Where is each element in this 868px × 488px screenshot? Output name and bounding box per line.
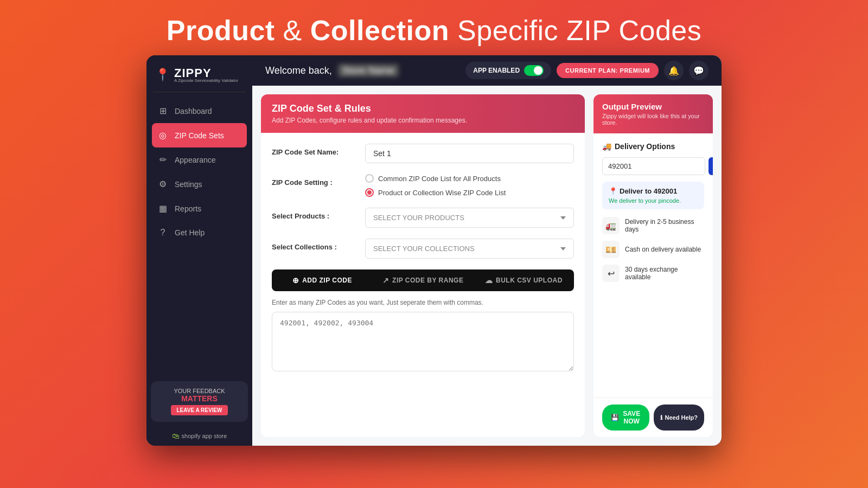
- select-collections-label: Select Collections :: [272, 239, 359, 251]
- radio-circle-common: [365, 174, 374, 183]
- radio-circle-product-wise: [365, 188, 374, 197]
- exchange-icon: ↩: [602, 265, 620, 282]
- feature-exchange: ↩ 30 days exchange available: [602, 265, 704, 282]
- delivery-days-label: Delivery in 2-5 business days: [625, 218, 704, 233]
- leave-review-button[interactable]: LEAVE A REVIEW: [171, 405, 227, 415]
- main-content: Welcome back, Store Name APP ENABLED CUR…: [252, 55, 722, 446]
- need-help-label: Need Help?: [665, 414, 698, 421]
- messages-button[interactable]: 💬: [689, 61, 709, 80]
- output-panel-subtitle: Zippy widget will look like this at your…: [602, 113, 704, 126]
- bulk-csv-icon: ☁: [485, 276, 493, 285]
- feature-cod: 💴 Cash on delivery available: [602, 241, 704, 258]
- welcome-text: Welcome back, Store Name: [265, 65, 399, 76]
- page-title: Product & Collection Specific ZIP Codes: [167, 0, 702, 55]
- radio-common[interactable]: Common ZIP Code List for All Products: [365, 174, 574, 183]
- bell-icon: 🔔: [668, 66, 679, 76]
- zip-set-name-row: ZIP Code Set Name:: [272, 144, 574, 163]
- tab-add-zip-label: ADD ZIP CODE: [302, 277, 352, 284]
- form-panel-header: ZIP Code Set & Rules Add ZIP Codes, conf…: [261, 94, 585, 133]
- logo-text-block: ZIPPY A Zipcode Serviceability Validator: [174, 66, 238, 83]
- sidebar-item-get-help[interactable]: ? Get Help: [146, 221, 252, 245]
- dashboard-icon: ⊞: [157, 106, 168, 116]
- tab-add-zip[interactable]: ⊕ ADD ZIP CODE: [272, 269, 373, 291]
- save-now-label: SAVE NOW: [622, 410, 641, 425]
- exchange-label: 30 days exchange available: [625, 266, 704, 281]
- chat-icon: 💬: [693, 66, 704, 76]
- add-zip-icon: ⊕: [292, 276, 299, 285]
- radio-label-common: Common ZIP Code List for All Products: [378, 175, 501, 183]
- form-panel-title: ZIP Code Set & Rules: [272, 103, 574, 114]
- toggle-switch[interactable]: [524, 65, 544, 76]
- sidebar-label-settings: Settings: [175, 180, 202, 189]
- radio-product-wise[interactable]: Product or Collection Wise ZIP Code List: [365, 188, 574, 197]
- deliver-to-text: Deliver to 492001: [620, 187, 677, 195]
- shopify-icon: 🛍: [172, 432, 180, 440]
- zip-codes-textarea[interactable]: [272, 312, 574, 371]
- tab-bulk-csv[interactable]: ☁ BULK CSV UPLOAD: [473, 269, 574, 291]
- need-help-button[interactable]: ℹ Need Help?: [654, 404, 704, 431]
- header: Welcome back, Store Name APP ENABLED CUR…: [252, 55, 722, 86]
- shopify-label: shopify app store: [182, 433, 227, 439]
- tab-zip-range[interactable]: ↗ ZIP CODE BY RANGE: [373, 269, 474, 291]
- tab-bulk-csv-label: BULK CSV UPLOAD: [496, 277, 563, 284]
- sidebar: 📍 ZIPPY A Zipcode Serviceability Validat…: [146, 55, 252, 446]
- username-blurred: Store Name: [338, 64, 399, 77]
- zip-set-name-control: [365, 144, 574, 163]
- zip-code-setting-row: ZIP Code Setting : Common ZIP Code List …: [272, 174, 574, 197]
- reports-icon: ▦: [157, 203, 168, 214]
- sidebar-item-zipcode-sets[interactable]: ◎ ZIP Code Sets: [152, 123, 247, 147]
- radio-label-product-wise: Product or Collection Wise ZIP Code List: [378, 189, 506, 197]
- delivery-days-icon: 🚛: [602, 217, 620, 234]
- zip-check-input[interactable]: [602, 157, 705, 175]
- check-button[interactable]: CHECK: [709, 157, 713, 175]
- shopify-badge: 🛍 shopify app store: [146, 426, 252, 446]
- zipcode-sets-icon: ◎: [157, 130, 168, 140]
- location-pin-icon: 📍: [609, 187, 617, 195]
- select-collections-row: Select Collections : SELECT YOUR COLLECT…: [272, 239, 574, 259]
- get-help-icon: ?: [157, 228, 168, 237]
- title-bold-product: Product: [167, 15, 275, 46]
- form-panel: ZIP Code Set & Rules Add ZIP Codes, conf…: [261, 94, 585, 437]
- sidebar-label-zipcode-sets: ZIP Code Sets: [175, 131, 224, 140]
- app-enabled-toggle[interactable]: APP ENABLED: [465, 62, 551, 79]
- output-footer: 💾 SAVE NOW ℹ Need Help?: [593, 397, 713, 437]
- select-products-row: Select Products : SELECT YOUR PRODUCTS: [272, 208, 574, 228]
- sidebar-item-settings[interactable]: ⚙ Settings: [146, 172, 252, 196]
- zip-code-setting-label: ZIP Code Setting :: [272, 174, 359, 187]
- current-plan-button[interactable]: CURRENT PLAN: PREMIUM: [557, 63, 659, 78]
- zip-tab-bar: ⊕ ADD ZIP CODE ↗ ZIP CODE BY RANGE ☁ BUL…: [272, 269, 574, 291]
- header-actions: APP ENABLED CURRENT PLAN: PREMIUM 🔔 💬: [465, 61, 709, 80]
- sidebar-item-dashboard[interactable]: ⊞ Dashboard: [146, 99, 252, 123]
- output-panel: Output Preview Zippy widget will look li…: [593, 94, 713, 437]
- delivery-options-title: 🚚 Delivery Options: [602, 142, 704, 151]
- delivery-options-icon: 🚚: [602, 142, 611, 151]
- deliver-to-message: We deliver to your pincode.: [609, 197, 698, 204]
- save-now-button[interactable]: 💾 SAVE NOW: [602, 404, 649, 431]
- select-products-control: SELECT YOUR PRODUCTS: [365, 208, 574, 228]
- zip-set-name-label: ZIP Code Set Name:: [272, 144, 359, 156]
- body-area: ZIP Code Set & Rules Add ZIP Codes, conf…: [252, 86, 722, 446]
- notifications-button[interactable]: 🔔: [664, 61, 684, 80]
- radio-group: Common ZIP Code List for All Products Pr…: [365, 174, 574, 197]
- help-icon: ℹ: [660, 414, 662, 421]
- logo-pin-icon: 📍: [155, 68, 170, 82]
- select-collections-control: SELECT YOUR COLLECTIONS: [365, 239, 574, 259]
- logo-area: 📍 ZIPPY A Zipcode Serviceability Validat…: [146, 55, 252, 92]
- feedback-banner: YOUR FEEDBACK MATTERS LEAVE A REVIEW: [151, 381, 248, 422]
- delivery-options-label: Delivery Options: [615, 142, 675, 151]
- app-window: 📍 ZIPPY A Zipcode Serviceability Validat…: [146, 55, 722, 446]
- sidebar-item-reports[interactable]: ▦ Reports: [146, 196, 252, 221]
- sidebar-label-appearance: Appearance: [175, 156, 216, 164]
- select-products-dropdown[interactable]: SELECT YOUR PRODUCTS: [365, 208, 574, 228]
- title-connector: &: [275, 15, 310, 46]
- tab-zip-range-label: ZIP CODE BY RANGE: [392, 277, 463, 284]
- sidebar-item-appearance[interactable]: ✏ Appearance: [146, 147, 252, 172]
- logo-sub: A Zipcode Serviceability Validator: [174, 78, 238, 83]
- form-panel-subtitle: Add ZIP Codes, configure rules and updat…: [272, 117, 574, 124]
- app-enabled-label: APP ENABLED: [473, 67, 520, 74]
- select-collections-dropdown[interactable]: SELECT YOUR COLLECTIONS: [365, 239, 574, 259]
- sidebar-label-get-help: Get Help: [175, 228, 205, 237]
- zip-check-row: CHECK: [602, 157, 704, 175]
- zip-set-name-input[interactable]: [365, 144, 574, 163]
- output-panel-title: Output Preview: [602, 102, 704, 111]
